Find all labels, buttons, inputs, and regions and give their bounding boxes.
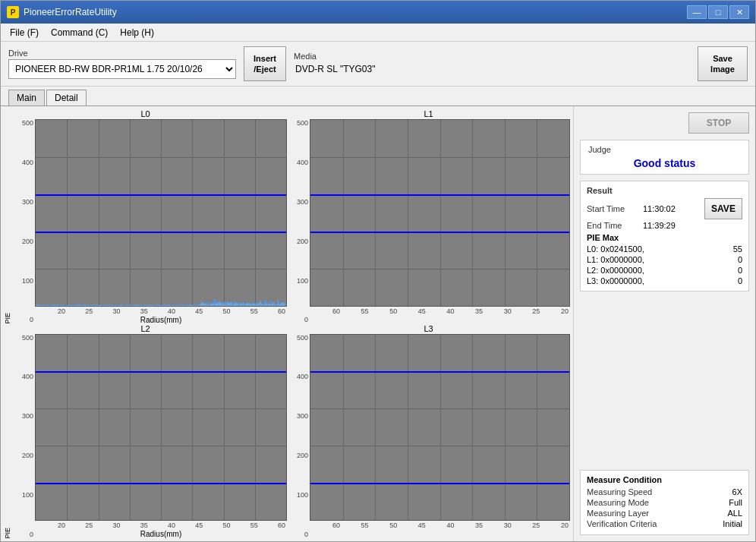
right-panel: STOP Judge Good status Result Start Time… bbox=[573, 106, 755, 541]
pie-max-value-0: 55 bbox=[733, 244, 742, 254]
chart-L2-wrapper: PIE 5004003002001000 bbox=[4, 334, 287, 539]
measure-row-0: Measuring Speed 6X bbox=[587, 487, 742, 496]
x-title-L2: Radius(mm) bbox=[35, 530, 287, 538]
charts-area: L0 PIE 5004003002001000 bbox=[1, 106, 573, 541]
menu-bar: File (F) Command (C) Help (H) bbox=[1, 24, 755, 42]
chart-L0-title: L0 bbox=[140, 109, 150, 118]
pie-label-L0: PIE bbox=[4, 119, 11, 324]
end-time-value: 11:39:29 bbox=[640, 221, 742, 230]
measure-label-2: Measuring Layer bbox=[587, 509, 649, 518]
save-image-button[interactable]: SaveImage bbox=[698, 46, 748, 81]
result-title: Result bbox=[587, 186, 742, 195]
minimize-button[interactable]: — bbox=[687, 5, 707, 19]
stop-button[interactable]: STOP bbox=[688, 112, 749, 134]
y-axis-L2: 5004003002001000 bbox=[12, 334, 35, 539]
result-section: Result Start Time 11:30:02 SAVE End Time… bbox=[580, 181, 749, 291]
measure-value-0: 6X bbox=[732, 487, 742, 496]
chart-L1-title: L1 bbox=[424, 109, 433, 118]
tabs-bar: Main Detail bbox=[1, 87, 755, 106]
x-title-L0: Radius(mm) bbox=[35, 316, 287, 324]
title-bar-left: P PioneerErrorRateUtility bbox=[7, 6, 117, 18]
drive-dropdown[interactable]: PIONEER BD-RW BDR-PR1ML 1.75 20/10/26 bbox=[8, 59, 236, 79]
start-time-value: 11:30:02 bbox=[640, 204, 704, 213]
chart-L1: L1 5004003002001000 bbox=[287, 109, 570, 324]
tab-detail[interactable]: Detail bbox=[46, 90, 87, 106]
start-time-label: Start Time bbox=[587, 204, 640, 213]
main-window: P PioneerErrorRateUtility — □ ✕ File (F)… bbox=[0, 0, 756, 542]
pie-label-L2: PIE bbox=[4, 334, 11, 539]
measure-title: Measure Condition bbox=[587, 475, 742, 484]
measure-value-1: Full bbox=[729, 498, 742, 507]
pie-max-layer-1: L1: 0x0000000, bbox=[587, 255, 644, 264]
insert-eject-button[interactable]: Insert/Eject bbox=[244, 46, 286, 81]
media-section: Media DVD-R SL "TYG03" bbox=[294, 52, 690, 76]
pie-max-value-1: 0 bbox=[738, 255, 742, 264]
menu-help[interactable]: Help (H) bbox=[114, 26, 160, 39]
measure-value-2: ALL bbox=[727, 509, 742, 518]
end-time-row: End Time 11:39:29 bbox=[587, 221, 742, 230]
chart-L0: L0 PIE 5004003002001000 bbox=[4, 109, 287, 324]
pie-max-row-0: L0: 0x0241500, 55 bbox=[587, 244, 742, 254]
pie-max-row-3: L3: 0x0000000, 0 bbox=[587, 276, 742, 286]
y-axis-L1: 5004003002001000 bbox=[287, 119, 310, 324]
x-axis-L0: 202530354045505560 bbox=[58, 307, 285, 316]
pie-max-layer-2: L2: 0x0000000, bbox=[587, 266, 644, 275]
judge-value: Good status bbox=[588, 157, 741, 169]
title-bar-controls: — □ ✕ bbox=[687, 5, 749, 19]
pie-max-row-2: L2: 0x0000000, 0 bbox=[587, 265, 742, 276]
x-title-L1 bbox=[310, 316, 570, 324]
chart-inner-L3 bbox=[310, 334, 570, 522]
title-bar: P PioneerErrorRateUtility — □ ✕ bbox=[1, 1, 755, 24]
chart-L1-wrapper: 5004003002001000 bbox=[287, 119, 570, 324]
x-axis-L1: 605550454035302520 bbox=[332, 307, 569, 316]
judge-label: Judge bbox=[588, 145, 741, 154]
menu-command[interactable]: Command (C) bbox=[45, 26, 114, 39]
pie-max-layer-0: L0: 0x0241500, bbox=[587, 244, 644, 254]
drive-label: Drive bbox=[8, 49, 236, 58]
chart-L3: L3 5004003002001000 bbox=[287, 324, 570, 539]
measure-label-0: Measuring Speed bbox=[587, 487, 652, 496]
menu-file[interactable]: File (F) bbox=[4, 26, 45, 39]
media-label: Media bbox=[294, 52, 690, 61]
measure-label-1: Measuring Mode bbox=[587, 498, 649, 507]
window-title: PioneerErrorRateUtility bbox=[24, 7, 117, 17]
chart-L3-wrapper: 5004003002001000 bbox=[287, 334, 570, 539]
pie-max-label: PIE Max bbox=[587, 233, 742, 242]
pie-max-row-1: L1: 0x0000000, 0 bbox=[587, 254, 742, 265]
save-result-button[interactable]: SAVE bbox=[704, 198, 742, 219]
end-time-label: End Time bbox=[587, 221, 640, 230]
measure-value-3: Initial bbox=[723, 519, 742, 528]
measure-label-3: Verification Criteria bbox=[587, 519, 657, 528]
start-time-row: Start Time 11:30:02 SAVE bbox=[587, 198, 742, 219]
toolbar: Drive PIONEER BD-RW BDR-PR1ML 1.75 20/10… bbox=[1, 42, 755, 87]
x-title-L3 bbox=[310, 530, 570, 538]
judge-section: Judge Good status bbox=[580, 140, 749, 175]
chart-L2: L2 PIE 5004003002001000 bbox=[4, 324, 287, 539]
pie-max-value-3: 0 bbox=[738, 276, 742, 285]
y-axis-L0: 5004003002001000 bbox=[12, 119, 35, 324]
app-icon: P bbox=[7, 6, 19, 18]
tab-main[interactable]: Main bbox=[8, 90, 45, 106]
y-axis-L3: 5004003002001000 bbox=[287, 334, 310, 539]
x-axis-L3: 605550454035302520 bbox=[332, 521, 569, 530]
maximize-button[interactable]: □ bbox=[708, 5, 728, 19]
pie-max-value-2: 0 bbox=[738, 266, 742, 275]
chart-inner-L2 bbox=[35, 334, 287, 522]
chart-L0-wrapper: PIE 5004003002001000 bbox=[4, 119, 287, 324]
measure-section: Measure Condition Measuring Speed 6X Mea… bbox=[580, 470, 749, 535]
close-button[interactable]: ✕ bbox=[729, 5, 749, 19]
media-value: DVD-R SL "TYG03" bbox=[294, 62, 690, 76]
pie-max-layer-3: L3: 0x0000000, bbox=[587, 276, 644, 285]
measure-row-1: Measuring Mode Full bbox=[587, 498, 742, 507]
chart-L3-title: L3 bbox=[424, 324, 433, 333]
measure-row-3: Verification Criteria Initial bbox=[587, 519, 742, 528]
measure-row-2: Measuring Layer ALL bbox=[587, 509, 742, 518]
content-area: L0 PIE 5004003002001000 bbox=[1, 106, 755, 541]
chart-L2-title: L2 bbox=[140, 324, 150, 333]
pie-max-section: PIE Max L0: 0x0241500, 55 L1: 0x0000000,… bbox=[587, 233, 742, 286]
x-axis-L2: 202530354045505560 bbox=[58, 521, 285, 530]
drive-section: Drive PIONEER BD-RW BDR-PR1ML 1.75 20/10… bbox=[8, 49, 236, 79]
chart-inner-L1 bbox=[310, 119, 570, 307]
chart-inner-L0 bbox=[35, 119, 287, 307]
